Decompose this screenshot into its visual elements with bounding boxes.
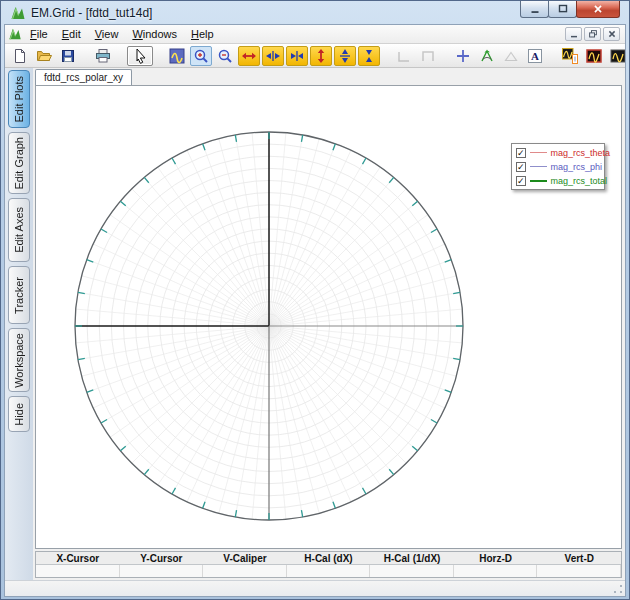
- plot-style-icon: [562, 48, 578, 64]
- title-bar: EM.Grid - [fdtd_tut14d]: [4, 1, 626, 24]
- grid-spoke: [87, 260, 269, 326]
- axes-tool-icon: [479, 48, 495, 64]
- legend-checkbox-mag_rcs_total[interactable]: ✓: [516, 176, 526, 186]
- spread-horizontal-icon: [265, 48, 281, 64]
- readout-headers: X-CursorY-CursorV-CaliperH-Cal (dX)H-Cal…: [36, 552, 621, 565]
- sidebar-tab-tracker[interactable]: Tracker: [8, 266, 30, 324]
- top-bracket-button[interactable]: [417, 46, 439, 66]
- grid-spoke: [203, 144, 269, 326]
- angle-tick: [203, 144, 205, 151]
- menu-file[interactable]: File: [23, 27, 55, 41]
- save-button[interactable]: [57, 46, 79, 66]
- zoom-in-button[interactable]: [190, 46, 212, 66]
- axes-tool-button[interactable]: [476, 46, 498, 66]
- mdi-restore-icon: [587, 28, 599, 40]
- readout-col-h-cal-dx-: H-Cal (dX): [287, 552, 371, 564]
- grid-spoke: [269, 276, 456, 326]
- triangle-marker-icon: [503, 48, 519, 64]
- readout-value-cell: [287, 565, 371, 577]
- sidebar-tab-label: Edit Axes: [13, 207, 25, 253]
- angle-tick: [431, 420, 437, 424]
- angle-tick: [172, 488, 176, 494]
- angle-tick: [363, 158, 367, 164]
- angle-tick: [445, 390, 452, 392]
- sidebar-tab-label: Workspace: [13, 333, 25, 388]
- sidebar-tab-edit-plots[interactable]: Edit Plots: [8, 70, 30, 128]
- angle-tick: [78, 292, 85, 293]
- close-button[interactable]: [576, 1, 620, 18]
- sidebar-tab-label: Edit Plots: [13, 76, 25, 122]
- sidebar-tab-label: Hide: [13, 403, 25, 426]
- menu-edit[interactable]: Edit: [55, 27, 88, 41]
- mdi-restore-button[interactable]: [584, 27, 601, 41]
- crosshair-button[interactable]: [452, 46, 474, 66]
- text-annotation-button[interactable]: [524, 46, 546, 66]
- readout-bar: X-CursorY-CursorV-CaliperH-Cal (dX)H-Cal…: [35, 551, 622, 578]
- open-file-button[interactable]: [33, 46, 55, 66]
- angle-tick: [389, 469, 393, 474]
- minimize-button[interactable]: [520, 1, 549, 18]
- document-area: fdtd_rcs_polar_xy ✓mag_rcs_theta✓mag_rcs…: [33, 68, 625, 580]
- grid-spoke: [219, 326, 269, 513]
- save-icon: [60, 48, 76, 64]
- sidebar-tab-edit-graph[interactable]: Edit Graph: [8, 132, 30, 194]
- menu-windows[interactable]: Windows: [125, 27, 184, 41]
- readout-value-cell: [370, 565, 454, 577]
- plot-canvas: ✓mag_rcs_theta✓mag_rcs_phi✓mag_rcs_total: [35, 85, 622, 549]
- readout-value-cell: [537, 565, 621, 577]
- corner-bracket-button[interactable]: [393, 46, 415, 66]
- pan-wave-icon: [169, 48, 185, 64]
- document-tab[interactable]: fdtd_rcs_polar_xy: [35, 69, 132, 85]
- triangle-marker-button[interactable]: [500, 46, 522, 66]
- select-cursor-icon: [132, 48, 148, 64]
- angle-tick: [78, 358, 85, 359]
- select-cursor-button[interactable]: [127, 46, 153, 66]
- legend-checkbox-mag_rcs_theta[interactable]: ✓: [516, 148, 526, 158]
- angle-tick: [453, 292, 460, 293]
- print-button[interactable]: [92, 46, 114, 66]
- sidebar-tab-hide[interactable]: Hide: [8, 396, 30, 432]
- plot-style-button[interactable]: [559, 46, 581, 66]
- legend-item-mag_rcs_total: ✓mag_rcs_total: [516, 175, 600, 186]
- app-window: EM.Grid - [fdtd_tut14d] FileEditViewWind…: [0, 0, 630, 600]
- legend-checkbox-mag_rcs_phi[interactable]: ✓: [516, 162, 526, 172]
- angle-tick: [453, 358, 460, 359]
- grid-spoke: [269, 144, 335, 326]
- expand-vertical-icon: [313, 48, 329, 64]
- expand-horizontal-button[interactable]: [238, 46, 260, 66]
- resize-grip[interactable]: [612, 583, 624, 595]
- pan-wave-button[interactable]: [166, 46, 188, 66]
- spread-vertical-button[interactable]: [334, 46, 356, 66]
- angle-tick: [333, 502, 335, 509]
- angle-tick: [144, 469, 148, 474]
- mdi-minimize-icon: [568, 28, 580, 40]
- legend-line-sample: [530, 152, 547, 153]
- spread-horizontal-button[interactable]: [262, 46, 284, 66]
- mdi-close-button[interactable]: [603, 27, 620, 41]
- menu-view[interactable]: View: [88, 27, 126, 41]
- grid-spoke: [87, 326, 269, 392]
- mdi-minimize-button[interactable]: [565, 27, 582, 41]
- angle-tick: [144, 177, 148, 182]
- legend-label: mag_rcs_total: [551, 176, 608, 186]
- client-area: FileEditViewWindowsHelp Layout Edit Plot…: [4, 24, 626, 597]
- mdi-close-icon: [606, 28, 618, 40]
- menu-help[interactable]: Help: [184, 27, 221, 41]
- zoom-out-button[interactable]: [214, 46, 236, 66]
- grid-spoke: [82, 326, 269, 376]
- maximize-button[interactable]: [548, 1, 577, 18]
- sidebar-tab-workspace[interactable]: Workspace: [8, 328, 30, 392]
- toolbar: Layout: [5, 44, 625, 68]
- angle-tick: [87, 260, 94, 262]
- angle-tick: [445, 260, 452, 262]
- sidebar-tab-edit-axes[interactable]: Edit Axes: [8, 198, 30, 262]
- mdi-window-controls: [565, 27, 622, 41]
- compress-vertical-button[interactable]: [358, 46, 380, 66]
- dark-plot-alt-icon: [610, 48, 625, 64]
- compress-horizontal-button[interactable]: [286, 46, 308, 66]
- new-document-button[interactable]: [9, 46, 31, 66]
- expand-vertical-button[interactable]: [310, 46, 332, 66]
- compress-horizontal-icon: [289, 48, 305, 64]
- dark-plot-alt-button[interactable]: [607, 46, 625, 66]
- dark-plot-button[interactable]: [583, 46, 605, 66]
